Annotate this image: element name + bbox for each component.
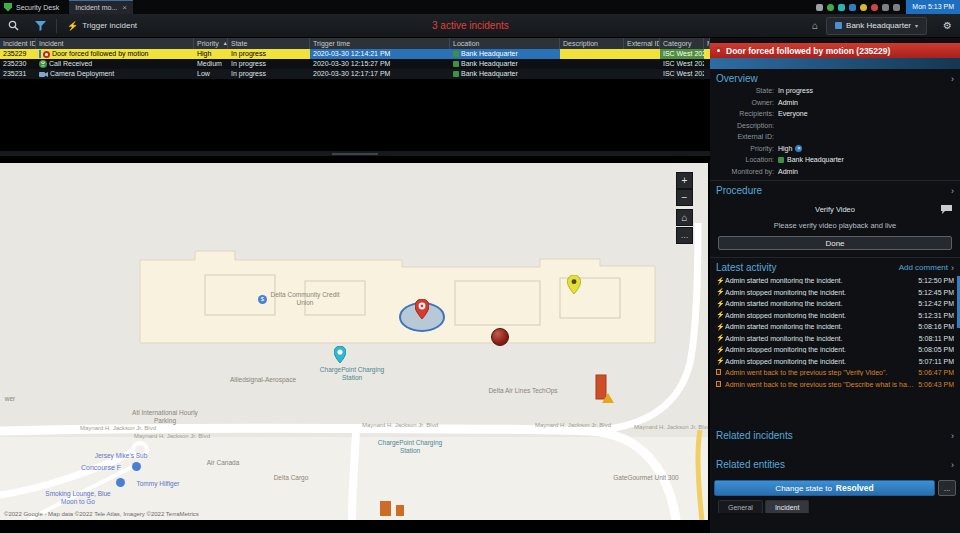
cell-external-id	[624, 59, 660, 69]
incident-table: Incident ID Incident Priority▲ State Tri…	[0, 38, 710, 79]
map-label-delta-cargo: Delta Cargo	[256, 474, 326, 482]
procedure-step: Verify Video	[716, 205, 954, 217]
area-selector-dropdown[interactable]: Bank Headquarter ▾	[826, 17, 927, 35]
map-view[interactable]: Delta Community Credit Union $ ChargePoi…	[0, 163, 708, 520]
close-tab-icon[interactable]: ×	[122, 3, 127, 12]
map-label-smoking-lounge: Smoking Lounge, Blue Moon to Go	[41, 490, 115, 506]
incident-marker-cluster[interactable]	[491, 328, 509, 346]
tray-icon[interactable]	[827, 4, 834, 11]
incident-title: Door forced followed by motion (235229)	[726, 46, 890, 56]
clock[interactable]: Mon 5:13 PM	[906, 0, 960, 14]
monitored-by-value: Admin	[778, 168, 798, 175]
map-home-button[interactable]: ⌂	[676, 209, 693, 226]
activity-item: ⚡Admin stopped monitoring the incident.5…	[716, 287, 954, 299]
col-state[interactable]: State	[228, 38, 310, 49]
comment-icon[interactable]	[941, 205, 952, 214]
area-selector-label: Bank Headquarter	[846, 21, 911, 30]
main-toolbar: ⚡ Trigger incident 3 active incidents ⌂ …	[0, 14, 960, 38]
col-incident[interactable]: Incident	[36, 38, 194, 49]
pane-splitter[interactable]	[0, 150, 710, 157]
activity-time: 5:12:31 PM	[918, 312, 954, 319]
incident-detail-panel: Door forced followed by motion (235229) …	[710, 38, 960, 533]
splitter-handle[interactable]	[332, 153, 378, 155]
filter-icon	[35, 21, 46, 31]
description-label: Description:	[716, 122, 774, 129]
lightning-icon: ⚡	[716, 277, 725, 285]
col-location[interactable]: Location	[450, 38, 560, 49]
procedure-section: Procedure › Verify Video Please verify v…	[710, 180, 960, 257]
activity-text: Admin stopped monitoring the incident.	[725, 346, 915, 353]
toolbar-divider	[56, 19, 57, 33]
location-icon	[453, 51, 459, 57]
trigger-incident-button[interactable]: ⚡ Trigger incident	[59, 14, 145, 37]
tray-icon[interactable]	[849, 4, 856, 11]
activity-text: Admin started monitoring the incident.	[725, 277, 915, 284]
tray-icon[interactable]	[816, 4, 823, 11]
chevron-right-icon: ›	[951, 431, 954, 441]
lightning-icon: ⚡	[67, 21, 78, 31]
col-description[interactable]: Description	[560, 38, 624, 49]
tab-label: Incident mo...	[75, 4, 117, 11]
latest-activity-header[interactable]: Latest activity Add comment ›	[716, 261, 954, 274]
priority-bar	[39, 50, 41, 58]
tray-icon[interactable]	[860, 4, 867, 11]
security-desk-window: Security Desk Incident mo... × Mon 5:13 …	[0, 0, 960, 533]
done-button[interactable]: Done	[718, 236, 952, 250]
concourse-poi-icon	[132, 462, 141, 471]
settings-button[interactable]: ⚙	[935, 20, 960, 31]
map-label-alliedsignal: Alliedsignal-Aerospace	[193, 376, 333, 384]
active-incidents-count: 3 active incidents	[432, 20, 509, 31]
filter-button[interactable]	[27, 14, 54, 37]
table-row-selected[interactable]: 235229 Door forced followed by motion Hi…	[0, 49, 710, 59]
volume-icon[interactable]	[893, 4, 900, 11]
map-label-delta-techops: Delta Air Lines TechOps	[458, 387, 588, 395]
overview-header[interactable]: Overview ›	[716, 72, 954, 85]
related-entities-header[interactable]: Related entities ›	[716, 458, 954, 471]
map-more-button[interactable]: …	[676, 227, 693, 244]
col-external-id[interactable]: External ID	[624, 38, 660, 49]
related-incidents-header[interactable]: Related incidents ›	[716, 429, 954, 442]
col-incident-id[interactable]: Incident ID	[0, 38, 36, 49]
search-button[interactable]	[0, 14, 27, 37]
gear-icon: ⚙	[943, 20, 952, 31]
add-comment-link[interactable]: Add comment ›	[899, 263, 954, 273]
tray-icon[interactable]	[838, 4, 845, 11]
lightning-icon: ⚡	[716, 334, 725, 342]
cell-description	[560, 49, 624, 59]
zoom-in-button[interactable]: +	[676, 172, 693, 189]
activity-list[interactable]: ⚡Admin started monitoring the incident.5…	[716, 275, 954, 387]
add-comment-label: Add comment	[899, 263, 948, 272]
chevron-down-icon: ▾	[915, 22, 918, 29]
activity-text: Admin stopped monitoring the incident.	[725, 312, 915, 319]
col-category[interactable]: Category	[660, 38, 704, 49]
tab-general[interactable]: General	[718, 500, 763, 513]
cell-state: In progress	[228, 69, 310, 79]
pin-yellow[interactable]	[567, 275, 581, 294]
lightning-icon: ⚡	[716, 300, 725, 308]
incident-pin-red[interactable]	[415, 299, 429, 319]
trigger-incident-label: Trigger incident	[82, 21, 137, 30]
location-icon	[453, 71, 459, 77]
tray-icon[interactable]	[871, 4, 878, 11]
col-trigger-time[interactable]: Trigger time	[310, 38, 450, 49]
procedure-header[interactable]: Procedure ›	[716, 184, 954, 197]
zoom-out-button[interactable]: −	[676, 189, 693, 206]
home-button[interactable]: ⌂	[804, 20, 826, 31]
incident-table-header[interactable]: Incident ID Incident Priority▲ State Tri…	[0, 38, 710, 49]
clear-priority-icon[interactable]: ×	[795, 145, 802, 152]
camera-pin-cyan[interactable]	[334, 346, 346, 363]
tab-incident[interactable]: Incident	[765, 500, 810, 513]
tab-incident-monitoring[interactable]: Incident mo... ×	[69, 0, 133, 14]
network-icon[interactable]	[882, 4, 889, 11]
window-title-bar: Security Desk Incident mo... × Mon 5:13 …	[0, 0, 960, 14]
change-state-button[interactable]: Change state to Resolved	[714, 480, 935, 496]
activity-item: ⚡Admin stopped monitoring the incident.5…	[716, 310, 954, 322]
table-row[interactable]: 235230 Call Received Medium In progress …	[0, 59, 710, 69]
owner-value: Admin	[778, 99, 798, 106]
col-priority[interactable]: Priority▲	[194, 38, 228, 49]
table-row[interactable]: 235231 Camera Deployment Low In progress…	[0, 69, 710, 79]
chevron-right-icon: ›	[951, 460, 954, 470]
activity-item: ⚡Admin stopped monitoring the incident.5…	[716, 356, 954, 368]
change-state-more-button[interactable]: ...	[938, 480, 956, 496]
activity-item: ⚡Admin started monitoring the incident.5…	[716, 333, 954, 345]
